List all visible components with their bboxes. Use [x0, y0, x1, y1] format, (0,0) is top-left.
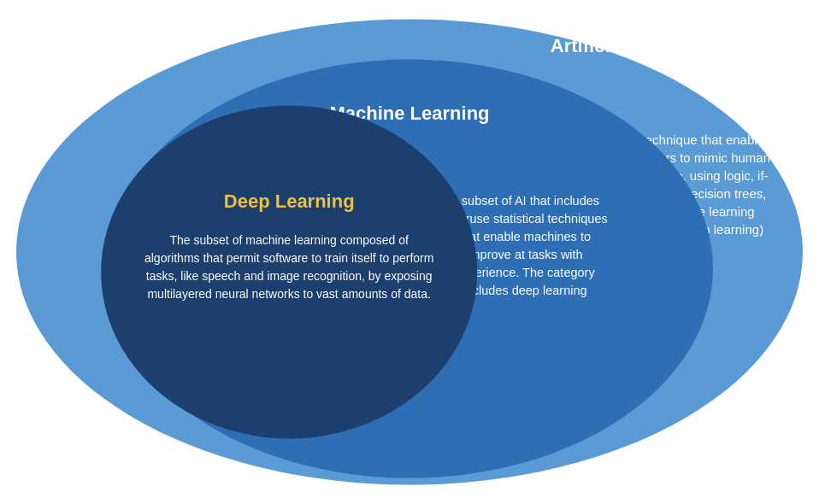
ai-title: Artificial Intelligence: [551, 35, 734, 57]
diagram-container: Artificial Intelligence Any technique th…: [8, 9, 811, 495]
dl-description: The subset of machine learning composed …: [144, 231, 434, 303]
dl-ellipse: Deep Learning The subset of machine lear…: [101, 105, 477, 438]
dl-title: Deep Learning: [224, 190, 355, 213]
